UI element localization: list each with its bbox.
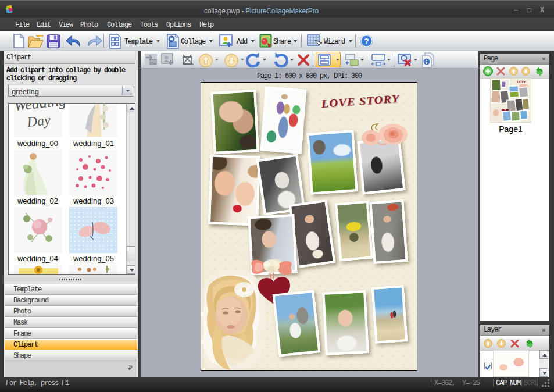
svg-text:LOVE: LOVE: [516, 80, 526, 84]
svg-text:?: ?: [364, 37, 369, 45]
